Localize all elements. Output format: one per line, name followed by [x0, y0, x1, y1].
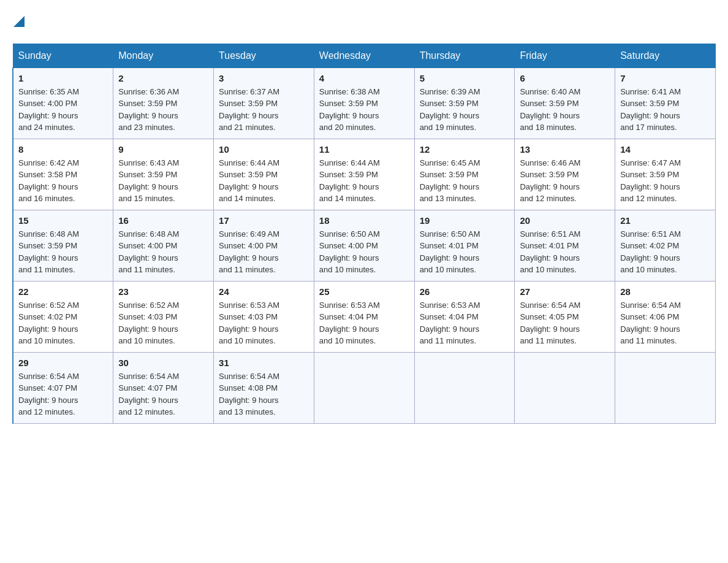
calendar-cell — [314, 352, 414, 423]
calendar-cell: 15 Sunrise: 6:48 AMSunset: 3:59 PMDaylig… — [13, 210, 113, 281]
day-number: 22 — [18, 286, 108, 297]
day-info: Sunrise: 6:40 AMSunset: 3:59 PMDaylight:… — [520, 86, 610, 134]
calendar-cell: 31 Sunrise: 6:54 AMSunset: 4:08 PMDaylig… — [214, 352, 314, 423]
col-monday: Monday — [113, 44, 214, 67]
day-info: Sunrise: 6:48 AMSunset: 4:00 PMDaylight:… — [118, 228, 208, 276]
day-number: 18 — [319, 215, 409, 226]
day-info: Sunrise: 6:37 AMSunset: 3:59 PMDaylight:… — [219, 86, 309, 134]
day-number: 31 — [219, 358, 309, 368]
calendar-cell: 17 Sunrise: 6:49 AMSunset: 4:00 PMDaylig… — [214, 210, 314, 281]
day-info: Sunrise: 6:54 AMSunset: 4:06 PMDaylight:… — [620, 299, 710, 347]
day-info: Sunrise: 6:52 AMSunset: 4:02 PMDaylight:… — [18, 299, 108, 347]
col-saturday: Saturday — [615, 44, 716, 67]
day-info: Sunrise: 6:51 AMSunset: 4:01 PMDaylight:… — [520, 228, 610, 276]
day-number: 24 — [219, 286, 309, 297]
calendar-cell: 22 Sunrise: 6:52 AMSunset: 4:02 PMDaylig… — [13, 281, 113, 352]
day-number: 15 — [18, 215, 108, 226]
day-info: Sunrise: 6:54 AMSunset: 4:05 PMDaylight:… — [520, 299, 610, 347]
day-info: Sunrise: 6:45 AMSunset: 3:59 PMDaylight:… — [420, 157, 510, 205]
calendar-cell: 19 Sunrise: 6:50 AMSunset: 4:01 PMDaylig… — [414, 210, 515, 281]
day-number: 6 — [520, 73, 610, 83]
day-info: Sunrise: 6:53 AMSunset: 4:03 PMDaylight:… — [219, 299, 309, 347]
logo — [12, 12, 26, 31]
col-friday: Friday — [515, 44, 615, 67]
col-thursday: Thursday — [414, 44, 515, 67]
calendar-cell: 20 Sunrise: 6:51 AMSunset: 4:01 PMDaylig… — [515, 210, 615, 281]
calendar-cell: 26 Sunrise: 6:53 AMSunset: 4:04 PMDaylig… — [414, 281, 515, 352]
day-info: Sunrise: 6:43 AMSunset: 3:59 PMDaylight:… — [118, 157, 208, 205]
calendar-cell: 25 Sunrise: 6:53 AMSunset: 4:04 PMDaylig… — [314, 281, 414, 352]
day-info: Sunrise: 6:36 AMSunset: 3:59 PMDaylight:… — [118, 86, 208, 134]
calendar-cell — [515, 352, 615, 423]
page-header — [12, 12, 716, 31]
calendar-cell: 3 Sunrise: 6:37 AMSunset: 3:59 PMDayligh… — [214, 67, 314, 139]
day-info: Sunrise: 6:54 AMSunset: 4:07 PMDaylight:… — [18, 370, 108, 418]
logo-blue — [12, 12, 26, 31]
day-number: 5 — [420, 73, 510, 83]
calendar-cell: 16 Sunrise: 6:48 AMSunset: 4:00 PMDaylig… — [113, 210, 214, 281]
day-number: 20 — [520, 215, 610, 226]
day-info: Sunrise: 6:49 AMSunset: 4:00 PMDaylight:… — [219, 228, 309, 276]
day-number: 17 — [219, 215, 309, 226]
calendar-cell: 7 Sunrise: 6:41 AMSunset: 3:59 PMDayligh… — [615, 67, 716, 139]
day-info: Sunrise: 6:44 AMSunset: 3:59 PMDaylight:… — [219, 157, 309, 205]
day-number: 19 — [420, 215, 510, 226]
day-number: 3 — [219, 73, 309, 83]
day-info: Sunrise: 6:35 AMSunset: 4:00 PMDaylight:… — [18, 86, 108, 134]
calendar-cell: 12 Sunrise: 6:45 AMSunset: 3:59 PMDaylig… — [414, 139, 515, 210]
day-info: Sunrise: 6:46 AMSunset: 3:59 PMDaylight:… — [520, 157, 610, 205]
day-info: Sunrise: 6:50 AMSunset: 4:01 PMDaylight:… — [420, 228, 510, 276]
day-info: Sunrise: 6:42 AMSunset: 3:58 PMDaylight:… — [18, 157, 108, 205]
calendar-cell: 5 Sunrise: 6:39 AMSunset: 3:59 PMDayligh… — [414, 67, 515, 139]
day-number: 26 — [420, 286, 510, 297]
calendar-cell — [615, 352, 716, 423]
day-info: Sunrise: 6:51 AMSunset: 4:02 PMDaylight:… — [620, 228, 710, 276]
day-number: 29 — [18, 358, 108, 368]
day-number: 23 — [118, 286, 208, 297]
calendar-cell: 29 Sunrise: 6:54 AMSunset: 4:07 PMDaylig… — [13, 352, 113, 423]
day-info: Sunrise: 6:41 AMSunset: 3:59 PMDaylight:… — [620, 86, 710, 134]
day-info: Sunrise: 6:54 AMSunset: 4:08 PMDaylight:… — [219, 370, 309, 418]
calendar-week-row: 22 Sunrise: 6:52 AMSunset: 4:02 PMDaylig… — [13, 281, 716, 352]
calendar-cell: 28 Sunrise: 6:54 AMSunset: 4:06 PMDaylig… — [615, 281, 716, 352]
calendar-cell: 10 Sunrise: 6:44 AMSunset: 3:59 PMDaylig… — [214, 139, 314, 210]
day-number: 7 — [620, 73, 710, 83]
day-number: 12 — [420, 144, 510, 155]
calendar-cell: 27 Sunrise: 6:54 AMSunset: 4:05 PMDaylig… — [515, 281, 615, 352]
calendar-week-row: 8 Sunrise: 6:42 AMSunset: 3:58 PMDayligh… — [13, 139, 716, 210]
day-number: 1 — [18, 73, 108, 83]
day-info: Sunrise: 6:39 AMSunset: 3:59 PMDaylight:… — [420, 86, 510, 134]
day-info: Sunrise: 6:53 AMSunset: 4:04 PMDaylight:… — [319, 299, 409, 347]
day-number: 2 — [118, 73, 208, 83]
calendar-cell: 11 Sunrise: 6:44 AMSunset: 3:59 PMDaylig… — [314, 139, 414, 210]
calendar-cell: 4 Sunrise: 6:38 AMSunset: 3:59 PMDayligh… — [314, 67, 414, 139]
day-number: 21 — [620, 215, 710, 226]
day-number: 13 — [520, 144, 610, 155]
day-number: 8 — [18, 144, 108, 155]
day-number: 9 — [118, 144, 208, 155]
day-info: Sunrise: 6:50 AMSunset: 4:00 PMDaylight:… — [319, 228, 409, 276]
day-number: 28 — [620, 286, 710, 297]
calendar-week-row: 1 Sunrise: 6:35 AMSunset: 4:00 PMDayligh… — [13, 67, 716, 139]
calendar-cell: 6 Sunrise: 6:40 AMSunset: 3:59 PMDayligh… — [515, 67, 615, 139]
day-number: 14 — [620, 144, 710, 155]
calendar-cell: 2 Sunrise: 6:36 AMSunset: 3:59 PMDayligh… — [113, 67, 214, 139]
calendar-cell: 9 Sunrise: 6:43 AMSunset: 3:59 PMDayligh… — [113, 139, 214, 210]
day-info: Sunrise: 6:38 AMSunset: 3:59 PMDaylight:… — [319, 86, 409, 134]
calendar-cell — [414, 352, 515, 423]
calendar-cell: 8 Sunrise: 6:42 AMSunset: 3:58 PMDayligh… — [13, 139, 113, 210]
logo-triangle-icon — [13, 16, 26, 28]
day-info: Sunrise: 6:44 AMSunset: 3:59 PMDaylight:… — [319, 157, 409, 205]
calendar-cell: 1 Sunrise: 6:35 AMSunset: 4:00 PMDayligh… — [13, 67, 113, 139]
day-number: 27 — [520, 286, 610, 297]
svg-marker-0 — [13, 16, 25, 27]
day-info: Sunrise: 6:48 AMSunset: 3:59 PMDaylight:… — [18, 228, 108, 276]
calendar-cell: 14 Sunrise: 6:47 AMSunset: 3:59 PMDaylig… — [615, 139, 716, 210]
day-number: 10 — [219, 144, 309, 155]
day-info: Sunrise: 6:47 AMSunset: 3:59 PMDaylight:… — [620, 157, 710, 205]
day-number: 25 — [319, 286, 409, 297]
col-sunday: Sunday — [13, 44, 113, 67]
day-info: Sunrise: 6:52 AMSunset: 4:03 PMDaylight:… — [118, 299, 208, 347]
day-number: 16 — [118, 215, 208, 226]
day-info: Sunrise: 6:53 AMSunset: 4:04 PMDaylight:… — [420, 299, 510, 347]
